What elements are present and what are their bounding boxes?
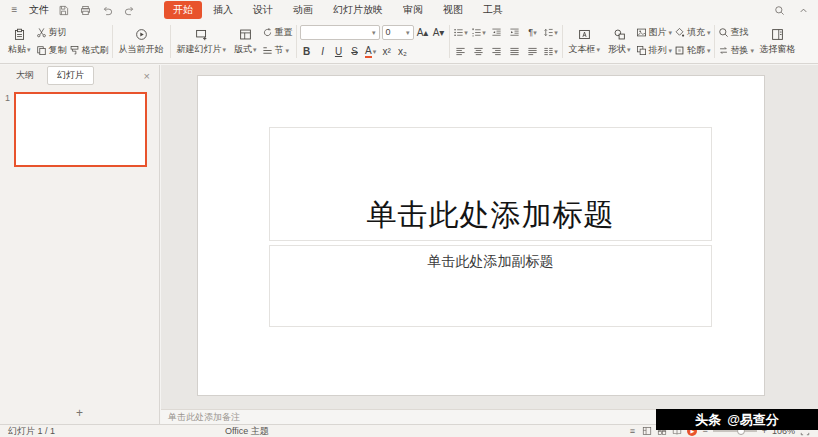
layout-label: 版式	[234, 43, 252, 56]
selection-pane-button[interactable]: 选择窗格	[756, 27, 798, 57]
slideshow-group: 从当前开始	[113, 21, 170, 62]
paragraph-row-1: ▾ ▾ ¶▾ ▾	[453, 25, 559, 40]
line-spacing-icon	[543, 27, 554, 38]
indent-icon	[509, 27, 520, 38]
tab-outline-view[interactable]: 大纲	[6, 66, 44, 85]
shapes-icon	[613, 28, 626, 41]
bullets-button[interactable]: ▾	[453, 25, 469, 40]
dropdown-icon: ▾	[406, 29, 410, 36]
tab-home[interactable]: 开始	[164, 1, 202, 19]
undo-button[interactable]	[100, 3, 115, 18]
shrink-font-button[interactable]: A▾	[432, 25, 446, 40]
cut-label: 剪切	[49, 26, 67, 39]
paste-button[interactable]: 粘贴▾	[5, 27, 34, 57]
numbering-button[interactable]: ▾	[471, 25, 487, 40]
dropdown-icon: ▾	[707, 47, 711, 54]
cut-button[interactable]: 剪切	[36, 26, 109, 40]
ribbon-search-button[interactable]	[772, 3, 787, 18]
new-slide-icon	[195, 28, 208, 41]
slide-canvas[interactable]: 单击此处添加标题 单击此处添加副标题	[198, 76, 764, 395]
copy-label: 复制	[49, 44, 67, 57]
titlebar: ≡ 文件 开始 插入 设计 动画 幻灯片放映 审阅 视图 工具	[0, 0, 818, 20]
fill-button[interactable]: 填充 ▾	[674, 26, 711, 40]
outdent-icon	[491, 27, 502, 38]
copy-button[interactable]: 复制	[36, 44, 67, 58]
new-slide-button[interactable]: 新建幻灯片▾	[174, 27, 230, 57]
tab-insert[interactable]: 插入	[204, 1, 242, 19]
file-menu-button[interactable]: 文件	[29, 3, 49, 17]
normal-view-button[interactable]	[642, 426, 652, 436]
subscript-button[interactable]: x₂	[396, 44, 410, 59]
dropdown-icon: ▾	[597, 46, 601, 53]
align-right-button[interactable]	[489, 44, 505, 59]
replace-label: 替换	[731, 44, 749, 57]
tab-view[interactable]: 视图	[434, 1, 472, 19]
close-panel-button[interactable]: ×	[141, 70, 153, 82]
superscript-button[interactable]: x²	[380, 44, 394, 59]
zoom-slider[interactable]	[713, 430, 757, 432]
font-color-button[interactable]: A▾	[364, 44, 378, 59]
format-painter-icon	[69, 45, 80, 56]
tab-design[interactable]: 设计	[244, 1, 282, 19]
find-icon	[718, 27, 729, 38]
font-family-select[interactable]: ▾	[300, 25, 380, 40]
outline-button[interactable]: 轮廓 ▾	[674, 44, 711, 58]
theme-name[interactable]: Office 主题	[225, 425, 269, 437]
from-current-slide-button[interactable]: 从当前开始	[116, 27, 167, 57]
collapse-ribbon-button[interactable]	[796, 3, 811, 18]
line-spacing-button[interactable]: ▾	[543, 25, 559, 40]
notes-input[interactable]: 单击此处添加备注	[168, 411, 240, 424]
reset-button[interactable]: 重置	[262, 26, 293, 40]
subtitle-placeholder[interactable]: 单击此处添加副标题	[269, 245, 712, 327]
font-size-select[interactable]: 0 ▾	[382, 25, 414, 40]
underline-button[interactable]: U	[332, 44, 346, 59]
shapes-button[interactable]: 形状▾	[605, 27, 634, 57]
save-button[interactable]	[56, 3, 71, 18]
print-button[interactable]	[78, 3, 93, 18]
slides-panel: 大纲 幻灯片 × 1 +	[0, 65, 160, 424]
title-placeholder[interactable]: 单击此处添加标题	[269, 127, 712, 241]
text-direction-button[interactable]: ¶▾	[525, 25, 541, 40]
grow-font-button[interactable]: A▴	[416, 25, 430, 40]
bold-button[interactable]: B	[300, 44, 314, 59]
insert-group: 文本框▾ 形状▾ 图片 ▾ 排列 ▾	[563, 21, 714, 62]
distribute-button[interactable]	[525, 44, 541, 59]
justify-button[interactable]	[507, 44, 523, 59]
slide-thumbnail[interactable]	[14, 92, 147, 167]
format-painter-button[interactable]: 格式刷	[69, 44, 109, 58]
textbox-label: 文本框	[569, 43, 596, 56]
selection-pane-icon	[771, 28, 784, 41]
tab-animation[interactable]: 动画	[284, 1, 322, 19]
columns-button[interactable]: ▾	[543, 44, 559, 59]
reset-icon	[262, 27, 273, 38]
align-left-button[interactable]	[453, 44, 469, 59]
tab-slides-view[interactable]: 幻灯片	[47, 66, 94, 85]
redo-button[interactable]	[122, 3, 137, 18]
italic-button[interactable]: I	[316, 44, 330, 59]
align-center-button[interactable]	[471, 44, 487, 59]
dropdown-icon: ▾	[554, 29, 558, 36]
textbox-icon	[578, 28, 591, 41]
add-slide-button[interactable]: +	[12, 405, 147, 420]
textbox-button[interactable]: 文本框▾	[566, 27, 604, 57]
undo-icon	[102, 5, 113, 16]
ribbon: 粘贴▾ 剪切 复制 格式刷	[0, 20, 818, 64]
decrease-indent-button[interactable]	[489, 25, 505, 40]
main-menu-icon[interactable]: ≡	[7, 3, 22, 18]
find-button[interactable]: 查找	[718, 26, 755, 40]
tab-review[interactable]: 审阅	[394, 1, 432, 19]
align-right-icon	[491, 46, 502, 57]
bullets-icon	[453, 27, 464, 38]
strikethrough-button[interactable]: S	[348, 44, 362, 59]
section-button[interactable]: 节 ▾	[262, 44, 293, 58]
notes-toggle-button[interactable]: ≡	[627, 426, 637, 436]
tab-tools[interactable]: 工具	[474, 1, 512, 19]
fill-label: 填充	[687, 26, 705, 39]
picture-label: 图片	[649, 26, 667, 39]
replace-button[interactable]: 替换 ▾	[718, 44, 755, 58]
tab-slideshow[interactable]: 幻灯片放映	[324, 1, 392, 19]
layout-button[interactable]: 版式▾	[231, 27, 260, 57]
increase-indent-button[interactable]	[507, 25, 523, 40]
picture-button[interactable]: 图片 ▾	[636, 26, 673, 40]
arrange-button[interactable]: 排列 ▾	[636, 44, 673, 58]
